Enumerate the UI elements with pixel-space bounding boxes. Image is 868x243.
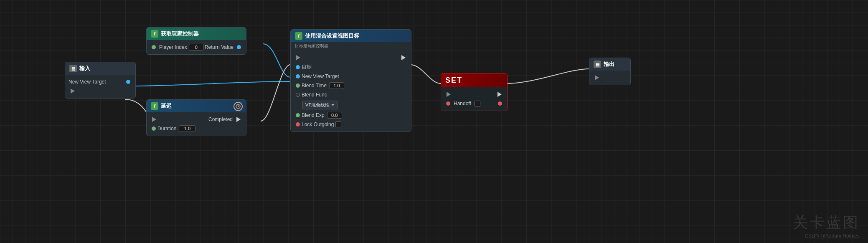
input-node-title: 输入 [79, 65, 90, 72]
duration-row: Duration 1.0 [147, 124, 246, 133]
svt-blend-func-row: Blend Func [291, 90, 411, 99]
input-new-view-target-row: New View Target [65, 77, 135, 86]
watermark-main-text: 关卡蓝图 [793, 213, 860, 233]
duration-label: Duration [157, 126, 176, 132]
output-macro-icon: ▤ [594, 61, 601, 68]
svt-blend-exp-pin [296, 113, 300, 117]
svt-blend-exp-row: Blend Exp 0.0 [291, 111, 411, 120]
set-view-target-subtitle: 目标是玩家控制器 [291, 42, 411, 51]
svt-blend-time-pin [296, 84, 300, 88]
input-node-body: New View Target [65, 75, 135, 98]
player-index-pin [152, 45, 156, 49]
dropdown-arrow-icon [331, 104, 335, 106]
set-title: SET [445, 76, 462, 85]
output-exec-row [589, 73, 630, 82]
set-handoff-label: Handoff [454, 101, 471, 106]
set-handoff-pin [446, 101, 450, 106]
svt-lock-outgoing-checkbox[interactable] [335, 122, 341, 127]
player-index-row: Player Index 0 Return Value [147, 43, 246, 52]
delay-title: 延迟 [161, 102, 172, 110]
svt-blend-exp-value[interactable]: 0.0 [327, 112, 342, 119]
svt-target-pin [296, 65, 300, 69]
player-index-value[interactable]: 0 [189, 44, 204, 51]
set-node: SET Handoff [441, 73, 508, 111]
delay-exec-completed-row: Completed [147, 115, 246, 124]
svt-nvt-row: New View Target [291, 72, 411, 81]
duration-value[interactable]: 1.0 [179, 125, 195, 132]
set-header: SET [441, 73, 507, 87]
delay-body: Completed Duration 1.0 [147, 112, 246, 136]
set-view-target-header: f 使用混合设置视图目标 [291, 30, 411, 42]
svt-exec-out [401, 55, 406, 60]
watermark: 关卡蓝图 CSDN @Addam Holmes [793, 213, 860, 239]
set-handoff-checkbox[interactable] [475, 101, 480, 106]
get-player-controller-node: f 获取玩家控制器 Player Index 0 Return Value [146, 27, 246, 55]
set-view-target-body: 目标 New View Target Blend Time 1.0 Blend … [291, 51, 411, 132]
set-view-target-node: f 使用混合设置视图目标 目标是玩家控制器 目标 New View Target… [290, 29, 411, 132]
input-node: ▤ 输入 New View Target [65, 62, 136, 99]
svt-blend-time-label: Blend Time [302, 83, 327, 89]
completed-exec-pin [236, 117, 241, 122]
svt-blend-func-value: VT混合线性 [305, 102, 330, 108]
completed-label: Completed [208, 116, 233, 122]
svt-target-row: 目标 [291, 62, 411, 72]
return-value-label: Return Value [205, 44, 233, 50]
svt-lock-outgoing-pin [296, 122, 300, 127]
get-player-controller-header: f 获取玩家控制器 [147, 28, 246, 40]
svt-lock-outgoing-label: Lock Outgoing [302, 122, 334, 127]
input-new-view-target-label: New View Target [69, 79, 106, 85]
svt-nvt-label: New View Target [302, 73, 339, 79]
clock-icon [233, 102, 243, 111]
output-exec-in [594, 75, 599, 80]
svt-lock-outgoing-row: Lock Outgoing [291, 120, 411, 129]
svt-blend-exp-label: Blend Exp [302, 112, 325, 118]
set-view-target-func-icon: f [295, 32, 302, 40]
delay-header: f 延迟 [147, 100, 246, 112]
watermark-sub-text: CSDN @Addam Holmes [793, 233, 860, 239]
set-handoff-out-pin [498, 101, 502, 106]
set-view-target-title: 使用混合设置视图目标 [305, 32, 359, 40]
get-player-controller-body: Player Index 0 Return Value [147, 40, 246, 54]
set-exec-in [446, 92, 451, 97]
duration-pin [152, 127, 156, 131]
func-icon: f [151, 30, 158, 38]
output-node-title: 输出 [604, 61, 614, 68]
output-node-body [589, 71, 630, 85]
svt-exec-row [291, 53, 411, 62]
output-node: ▤ 输出 [589, 58, 631, 85]
new-view-target-pin [126, 80, 130, 84]
player-index-label: Player Index [159, 44, 187, 50]
set-exec-out [497, 92, 502, 97]
set-exec-row [441, 90, 507, 99]
svt-blend-func-dropdown-row: VT混合线性 [291, 99, 411, 111]
set-handoff-row: Handoff [441, 99, 507, 108]
input-exec-pin [70, 89, 75, 94]
svt-blend-func-pin [296, 93, 300, 97]
svt-exec-in [296, 55, 301, 60]
macro-icon: ▤ [69, 65, 77, 72]
input-node-header: ▤ 输入 [65, 62, 135, 75]
svt-blend-time-row: Blend Time 1.0 [291, 81, 411, 90]
svt-blend-func-label: Blend Func [302, 92, 327, 98]
svt-nvt-pin [296, 74, 300, 78]
svt-target-label: 目标 [302, 63, 312, 71]
delay-exec-in [152, 117, 157, 122]
output-node-header: ▤ 输出 [589, 58, 630, 71]
get-player-controller-title: 获取玩家控制器 [161, 30, 199, 38]
svt-blend-func-dropdown[interactable]: VT混合线性 [302, 101, 338, 109]
input-exec-row [65, 86, 135, 96]
return-value-pin [237, 45, 241, 49]
delay-func-icon: f [151, 102, 158, 110]
svt-blend-time-value[interactable]: 1.0 [329, 82, 344, 89]
set-body: Handoff [441, 87, 507, 111]
delay-node: f 延迟 Completed Duration 1.0 [146, 99, 246, 136]
